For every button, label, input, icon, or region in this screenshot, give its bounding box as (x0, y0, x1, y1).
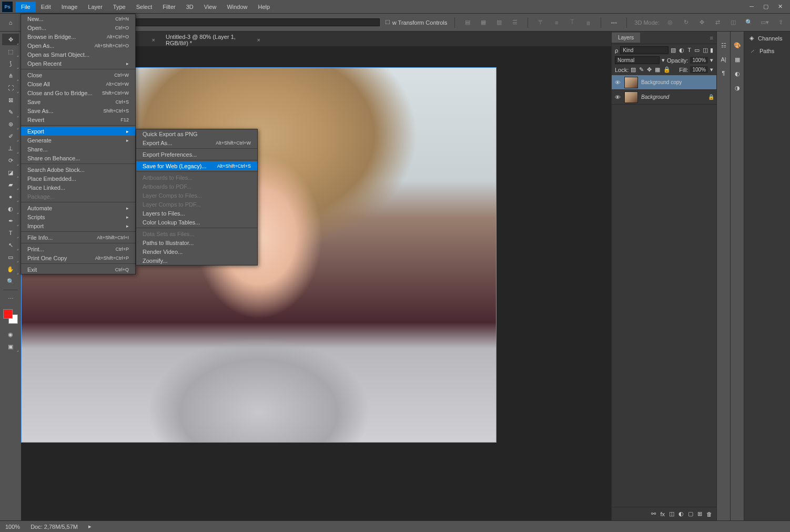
frame-tool[interactable]: ⊠ (2, 94, 19, 106)
status-expand-icon[interactable]: ▸ (88, 523, 92, 530)
menu-item[interactable]: Import▸ (21, 221, 135, 230)
menu-item[interactable]: Print One CopyAlt+Shift+Ctrl+P (21, 253, 135, 262)
lock-all-icon[interactable]: 🔒 (663, 66, 671, 73)
layer-name[interactable]: Background copy (641, 79, 714, 85)
menu-select[interactable]: Select (131, 2, 158, 12)
adjustments-icon[interactable]: ◐ (735, 70, 740, 77)
menu-window[interactable]: Window (221, 2, 252, 12)
distribute-v-icon[interactable]: ⫼ (583, 17, 593, 28)
layer-thumb[interactable] (624, 91, 638, 103)
shape-tool[interactable]: ▭ (2, 251, 19, 263)
menu-item[interactable]: Render Video... (136, 247, 257, 256)
menu-item[interactable]: Search Adobe Stock... (21, 165, 135, 174)
eyedropper-tool[interactable]: ✎ (2, 106, 19, 118)
menu-item[interactable]: Open As...Alt+Shift+Ctrl+O (21, 41, 135, 50)
menu-view[interactable]: View (199, 2, 222, 12)
menu-item[interactable]: RevertF12 (21, 115, 135, 124)
marquee-tool[interactable]: ⬚ (2, 46, 19, 57)
hand-tool[interactable]: ✋ (2, 263, 19, 275)
crop-tool[interactable]: ⛶ (2, 82, 19, 94)
search-icon[interactable]: 🔍 (744, 17, 754, 28)
workspace-icon[interactable]: ▭▾ (759, 17, 770, 28)
menu-item[interactable]: File Info...Alt+Shift+Ctrl+I (21, 233, 135, 242)
opacity-value[interactable]: 100% (690, 57, 708, 64)
menu-item[interactable]: Share... (21, 145, 135, 154)
color-swatches[interactable] (3, 309, 18, 324)
paths-tab[interactable]: Paths (759, 48, 774, 54)
zoom-level[interactable]: 100% (5, 524, 20, 530)
menu-item[interactable]: Open Recent▸ (21, 59, 135, 68)
foreground-color[interactable] (3, 309, 13, 319)
paragraph-icon[interactable]: ¶ (722, 70, 725, 76)
3d-orbit-icon[interactable]: ◎ (665, 17, 675, 28)
paths-icon[interactable]: ⟋ (750, 48, 755, 54)
window-controls[interactable]: ─ ▢ ✕ (750, 3, 790, 10)
menu-item[interactable]: Close and Go to Bridge...Shift+Ctrl+W (21, 88, 135, 97)
close-tab-icon[interactable]: × (257, 37, 260, 43)
visibility-icon[interactable]: 👁 (614, 94, 621, 100)
filter-toggle[interactable]: ▮ (710, 47, 713, 54)
filter-shape-icon[interactable]: ▭ (694, 47, 700, 54)
color-icon[interactable]: 🎨 (734, 42, 741, 49)
menu-item[interactable]: SaveCtrl+S (21, 97, 135, 106)
styles-icon[interactable]: ◑ (735, 85, 740, 91)
layer-row[interactable]: 👁Background🔒 (612, 90, 716, 105)
type-tool[interactable]: T (2, 227, 19, 239)
menu-item[interactable]: Close AllAlt+Ctrl+W (21, 79, 135, 88)
align-top-icon[interactable]: 〒 (535, 17, 546, 28)
dodge-tool[interactable]: ◐ (2, 203, 19, 214)
history-brush-tool[interactable]: ⟳ (2, 155, 19, 166)
link-layers-icon[interactable]: ⚯ (651, 510, 656, 517)
quickmask-tool[interactable]: ◉ (2, 329, 19, 340)
zoom-tool[interactable]: 🔍 (2, 275, 19, 287)
layer-name[interactable]: Background (641, 94, 705, 100)
filter-smart-icon[interactable]: ◫ (703, 47, 708, 54)
menu-item[interactable]: Browse in Bridge...Alt+Ctrl+O (21, 32, 135, 41)
3d-slide-icon[interactable]: ⇄ (712, 17, 723, 28)
menu-edit[interactable]: Edit (36, 2, 56, 12)
document-tab[interactable]: Untitled-3 @ 80% (Layer 1, RGB/8#) *× (160, 34, 266, 46)
menu-item[interactable]: Automate▸ (21, 203, 135, 212)
menu-item[interactable]: Open...Ctrl+O (21, 23, 135, 32)
minimize-icon[interactable]: ─ (750, 3, 754, 10)
3d-roll-icon[interactable]: ↻ (681, 17, 691, 28)
path-select-tool[interactable]: ↖ (2, 239, 19, 251)
history-icon[interactable]: ☷ (721, 42, 726, 49)
menu-filter[interactable]: Filter (157, 2, 180, 12)
menu-item[interactable]: Export Preferences... (136, 150, 257, 159)
menu-item[interactable]: Place Embedded... (21, 174, 135, 183)
menu-item[interactable]: Scripts▸ (21, 212, 135, 221)
align-vcenter-icon[interactable]: ≡ (551, 17, 562, 28)
menu-item[interactable]: Place Linked... (21, 183, 135, 192)
menu-3d[interactable]: 3D (181, 2, 199, 12)
pen-tool[interactable]: ✒ (2, 215, 19, 227)
home-icon[interactable]: ⌂ (4, 16, 17, 29)
menu-image[interactable]: Image (56, 2, 83, 12)
move-tool[interactable]: ✥ (2, 34, 19, 45)
menu-item[interactable]: Share on Behance... (21, 154, 135, 162)
menu-item[interactable]: Color Lookup Tables... (136, 218, 257, 227)
lock-artboard-icon[interactable]: ▦ (655, 66, 660, 73)
menu-item[interactable]: Open as Smart Object... (21, 50, 135, 59)
layer-kind-filter[interactable]: Kind (620, 46, 669, 54)
filter-adjust-icon[interactable]: ◐ (679, 47, 684, 54)
menu-item[interactable]: CloseCtrl+W (21, 70, 135, 79)
lock-brush-icon[interactable]: ✎ (639, 66, 644, 73)
mask-icon[interactable]: ◫ (669, 510, 674, 517)
align-right-icon[interactable]: ▥ (494, 17, 504, 28)
filter-type-icon[interactable]: T (687, 47, 691, 54)
stamp-tool[interactable]: ⊥ (2, 142, 19, 154)
distribute-icon[interactable]: ☰ (510, 17, 520, 28)
menu-item[interactable]: Save As...Shift+Ctrl+S (21, 106, 135, 115)
fill-value[interactable]: 100% (690, 66, 708, 73)
menu-item[interactable]: Zoomify... (136, 256, 257, 265)
channels-tab[interactable]: Channels (758, 35, 782, 42)
new-layer-icon[interactable]: ⊞ (697, 510, 702, 517)
character-icon[interactable]: A| (721, 56, 726, 63)
menu-item[interactable]: Layers to Files... (136, 209, 257, 218)
healing-tool[interactable]: ⊛ (2, 118, 19, 130)
menu-item[interactable]: Print...Ctrl+P (21, 244, 135, 253)
menu-item[interactable]: Save for Web (Legacy)...Alt+Shift+Ctrl+S (136, 161, 257, 170)
menu-item[interactable]: Export▸ (21, 127, 135, 136)
menu-type[interactable]: Type (108, 2, 131, 12)
